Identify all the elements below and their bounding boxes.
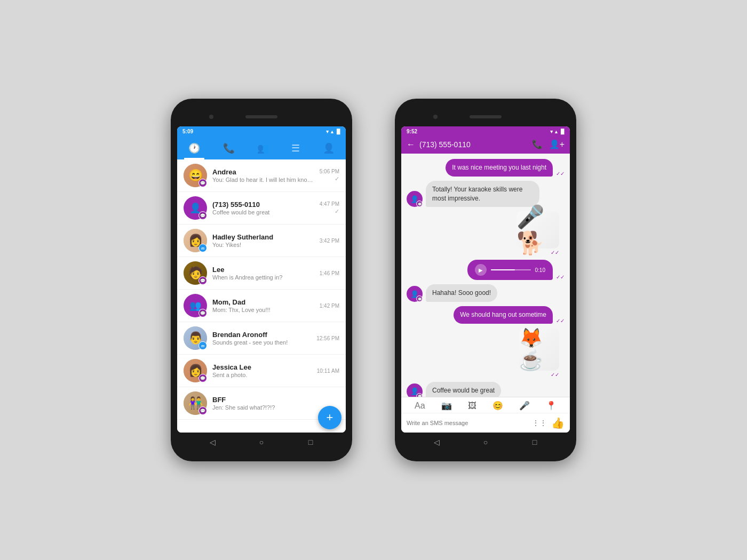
nav-bar-1: ◁ ○ □ [177,433,346,452]
msg-row-3: ▶ 0:10 ✓✓ [407,260,565,280]
status-bar-2: 9:52 ▼▲ ▉ [401,126,570,136]
add-person-icon[interactable]: 👤+ [549,139,565,149]
sms-header: ← (713) 555-0110 📞 👤+ [401,136,570,154]
conv-item-momdad[interactable]: 👥 💬 Mom, Dad Mom: Thx, Love you!!! 1:42 … [177,290,346,322]
badge-jessica: 💬 [198,374,207,382]
conv-preview-momdad: Mom: Thx, Love you!!! [212,307,314,313]
avatar-momdad: 👥 💬 [184,294,207,317]
badge-lee: 💬 [198,276,207,285]
play-button[interactable]: ▶ [475,264,487,276]
speaker-2 [470,115,502,118]
badge-bff: 💬 [198,406,207,415]
tab-contacts[interactable]: 👥 [253,140,273,156]
conv-info-bff: BFF Jen: She said what?!?!? [212,396,334,411]
tab-calls[interactable]: 📞 [219,140,239,156]
phone-1-top-bar [177,109,346,124]
tab-profile[interactable]: 👤 [319,140,339,156]
msg-row-5: We should hang out sometime ✓✓ [407,306,565,324]
avatar-bff: 👫 💬 [184,391,207,415]
conv-name-brendan: Brendan Aronoff [212,331,311,339]
badge-hadley: m [198,244,207,252]
sms-input-area: Aa 📷 🖼 😊 🎤 📍 ⋮⋮ 👍 [401,397,570,433]
conv-item-jessica[interactable]: 👩 💬 Jessica Lee Sent a photo. 10:11 AM [177,355,346,387]
check-0: ✓✓ [556,171,565,177]
conv-item-lee[interactable]: 🧑 💬 Lee When is Andrea getting in? 1:46 … [177,257,346,290]
conv-preview-andrea: You: Glad to hear it. I will let him kno… [212,177,314,183]
conv-info-lee: Lee When is Andrea getting in? [212,266,314,281]
msg-avatar-7: 👤 💬 [407,383,423,397]
nav-recent-1[interactable]: □ [305,436,316,448]
bubble-1: Totally! Your karaoke skills were most i… [426,181,539,207]
conversations-list: 😄 💬 Andrea You: Glad to hear it. I will … [177,159,346,433]
msg-badge-4: 💬 [416,295,423,302]
nav-back-1[interactable]: ◁ [206,436,218,448]
tab-recent[interactable]: 🕐 [184,140,204,156]
front-camera-2 [433,115,438,119]
phone-2-screen: 9:52 ▼▲ ▉ ← (713) 555-0110 📞 👤+ It was n… [401,126,570,433]
msg-row-4: 👤 💬 Hahaha! Sooo good! [407,284,565,302]
fab-compose[interactable]: + [318,406,341,429]
conv-time-lee: 1:46 PM [320,270,339,276]
conv-info-andrea: Andrea You: Glad to hear it. I will let … [212,168,314,183]
nav-recent-2[interactable]: □ [529,436,541,448]
conv-preview-hadley: You: Yikes! [212,242,314,248]
conv-info-brendan: Brendan Aronoff Sounds great - see you t… [212,331,311,346]
conv-name-jessica: Jessica Lee [212,363,312,371]
toolbar-emoji-icon[interactable]: 😊 [492,401,503,411]
status-time-2: 9:52 [407,129,417,134]
badge-brendan: m [198,341,207,350]
conv-item-brendan[interactable]: 👨 m Brendan Aronoff Sounds great - see y… [177,322,346,355]
msg-row-1: 👤 💬 Totally! Your karaoke skills were mo… [407,181,565,207]
avatar-jessica: 👩 💬 [184,359,207,382]
nav-back-2[interactable]: ◁ [431,436,442,448]
signal-icon-1: ▼▲ [325,129,335,134]
msg-badge-1: 💬 [416,201,423,207]
avatar-andrea: 😄 💬 [184,164,207,187]
conv-check-andrea: ✓ [335,175,339,182]
phone-1-screen: 5:09 ▼▲ ▉ 🕐 📞 👥 ☰ 👤 😄 💬 [177,126,346,433]
tab-menu[interactable]: ☰ [287,140,304,156]
conv-meta-momdad: 1:42 PM [320,303,339,309]
conv-meta-lee: 1:46 PM [320,270,339,276]
conv-meta-andrea: 5:06 PM ✓ [320,169,339,182]
sticker-row-2: 🎤🐕 ✓✓ [407,211,565,255]
like-button[interactable]: 👍 [551,417,565,429]
msg-row-7: 👤 💬 Coffee would be great [407,382,565,397]
front-camera-1 [209,115,213,119]
sms-text-input[interactable] [407,420,528,426]
nav-bar-2: ◁ ○ □ [401,433,570,452]
sms-header-actions: 📞 👤+ [532,139,565,149]
conv-name-andrea: Andrea [212,168,314,176]
conv-preview-phone: Coffee would be great [212,209,314,215]
sms-messages: It was nice meeting you last night ✓✓ 👤 … [401,154,570,397]
conv-item-phone[interactable]: 👤 💬 (713) 555-0110 Coffee would be great… [177,192,346,225]
back-button[interactable]: ← [407,140,415,149]
bubble-0: It was nice meeting you last night [446,159,553,177]
conv-name-momdad: Mom, Dad [212,298,314,306]
conv-preview-jessica: Sent a photo. [212,372,312,378]
check-2: ✓✓ [551,250,559,255]
conv-item-andrea[interactable]: 😄 💬 Andrea You: Glad to hear it. I will … [177,159,346,192]
conv-info-jessica: Jessica Lee Sent a photo. [212,363,312,378]
call-icon[interactable]: 📞 [532,139,543,149]
toolbar-image-icon[interactable]: 🖼 [468,401,476,411]
nav-home-1[interactable]: ○ [256,436,267,448]
conv-item-hadley[interactable]: 👩 m Hadley Sutherland You: Yikes! 3:42 P… [177,225,346,257]
nav-home-2[interactable]: ○ [480,436,491,448]
bubble-7: Coffee would be great [426,382,501,397]
bubble-4: Hahaha! Sooo good! [426,284,497,302]
conv-time-brendan: 12:56 PM [316,335,339,341]
conv-name-phone: (713) 555-0110 [212,201,314,209]
toolbar-font-icon[interactable]: Aa [415,401,425,411]
conv-check-phone: ✓ [335,208,339,215]
toolbar-camera-icon[interactable]: 📷 [441,401,452,411]
toolbar-location-icon[interactable]: 📍 [546,401,557,411]
check-3: ✓✓ [556,274,565,280]
bubble-5: We should hang out sometime [454,306,553,324]
conv-name-bff: BFF [212,396,334,404]
toolbar-mic-icon[interactable]: 🎤 [519,401,530,411]
conv-meta-hadley: 3:42 PM [320,238,339,244]
conv-name-hadley: Hadley Sutherland [212,233,314,241]
phone-1: 5:09 ▼▲ ▉ 🕐 📞 👥 ☰ 👤 😄 💬 [171,99,352,461]
apps-icon[interactable]: ⋮⋮ [532,419,547,427]
